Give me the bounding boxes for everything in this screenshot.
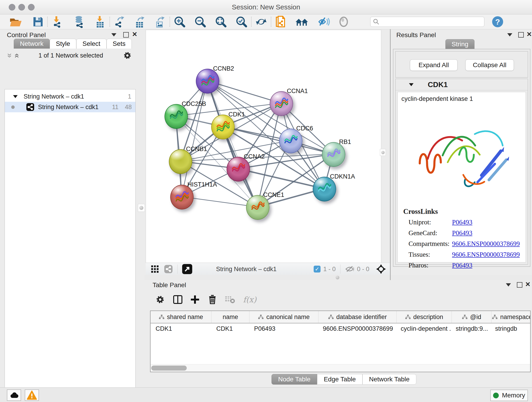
network-canvas[interactable]: CCNB2CCNA1CDC25BCDK1CDC6RB1CCNB1CCNA2CDK…: [146, 30, 381, 263]
node-CCNB2[interactable]: [196, 69, 219, 94]
table-cell[interactable]: stringdb: [490, 323, 531, 334]
table-cell[interactable]: cyclin-dependent ...: [396, 323, 451, 334]
node-CCNA2[interactable]: [227, 157, 250, 182]
table-panel-float-icon[interactable]: [517, 282, 522, 288]
crosslink-link[interactable]: 9606.ENSP00000378699: [452, 251, 520, 258]
table-panel-close-icon[interactable]: ✕: [525, 282, 530, 287]
tab-network[interactable]: Network: [14, 39, 50, 49]
tree-expand-icon[interactable]: [13, 95, 18, 98]
search-input[interactable]: [380, 18, 477, 26]
tab-string[interactable]: String: [445, 39, 475, 49]
export-network-icon[interactable]: [114, 16, 126, 27]
help-icon[interactable]: ?: [492, 16, 503, 27]
node-CDKN1A[interactable]: [313, 177, 336, 201]
toolbar-search[interactable]: [370, 17, 484, 27]
node-CCNB1[interactable]: [169, 149, 192, 174]
tab-sets[interactable]: Sets: [107, 39, 132, 49]
table-row[interactable]: CDK1CDK1P064939606.ENSP00000378699cyclin…: [151, 323, 530, 334]
zoom-out-icon[interactable]: [194, 16, 206, 27]
gear-icon[interactable]: [123, 51, 132, 60]
show-columns-icon[interactable]: [173, 295, 183, 304]
enhance-labels-icon[interactable]: [317, 16, 330, 27]
collapse-all-chevron-icon[interactable]: [7, 53, 12, 58]
tab-network-table[interactable]: Network Table: [362, 374, 416, 385]
open-session-icon[interactable]: [9, 16, 22, 27]
column-header--id[interactable]: @id: [452, 311, 491, 323]
crosslink-link[interactable]: 9606.ENSP00000378699: [452, 240, 520, 248]
string-document-icon[interactable]: [275, 16, 287, 27]
control-panel-collapse-icon[interactable]: [111, 33, 116, 36]
import-network-database-icon[interactable]: [73, 16, 85, 27]
control-panel-close-icon[interactable]: ✕: [132, 32, 137, 37]
add-column-icon[interactable]: [190, 295, 200, 304]
control-panel-float-icon[interactable]: [123, 32, 129, 38]
left-splitter-handle[interactable]: [138, 204, 145, 212]
column-header-name[interactable]: name: [211, 311, 249, 323]
import-network-icon[interactable]: [51, 16, 63, 27]
detach-view-icon[interactable]: [182, 264, 192, 274]
zoom-selected-icon[interactable]: [235, 16, 247, 27]
expand-all-chevron-icon[interactable]: [15, 53, 19, 58]
hidden-eye-icon[interactable]: [345, 265, 354, 273]
column-header-description[interactable]: description: [397, 311, 452, 323]
cloud-status-button[interactable]: [7, 389, 21, 401]
selected-checkbox-icon[interactable]: ✓: [314, 266, 321, 273]
zoom-fit-icon[interactable]: [215, 16, 227, 27]
string-view-icon[interactable]: [164, 265, 173, 274]
results-panel-close-icon[interactable]: ✕: [526, 32, 532, 37]
column-header-database-identifier[interactable]: database identifier: [318, 311, 397, 323]
crosslink-link[interactable]: P06493: [452, 229, 472, 237]
column-header-shared-name[interactable]: shared name: [151, 311, 211, 323]
expand-all-button[interactable]: Expand All: [410, 59, 457, 71]
table-hscrollbar[interactable]: [151, 364, 530, 372]
import-table-icon[interactable]: [95, 16, 106, 27]
node-RB1[interactable]: [322, 142, 345, 167]
column-header-namespace[interactable]: namespace: [491, 311, 531, 323]
presentation-eye-icon[interactable]: [338, 16, 349, 27]
tab-node-table[interactable]: Node Table: [272, 374, 317, 385]
tab-edge-table[interactable]: Edge Table: [317, 374, 362, 385]
birdseye-icon[interactable]: [376, 264, 386, 274]
node-CDC6[interactable]: [279, 128, 302, 153]
table-cell[interactable]: CDK1: [211, 323, 249, 334]
table-cell[interactable]: 9606.ENSP00000378699: [318, 323, 396, 334]
zoom-in-icon[interactable]: [174, 16, 186, 27]
node-CCNE1[interactable]: [246, 195, 269, 220]
save-session-icon[interactable]: [32, 16, 44, 27]
table-cell[interactable]: stringdb:9...: [451, 323, 490, 334]
table-cell[interactable]: P06493: [249, 323, 318, 334]
export-image-icon[interactable]: [154, 16, 166, 27]
delete-table-icon[interactable]: [225, 295, 235, 304]
warning-status-button[interactable]: [25, 389, 39, 401]
crosslink-link[interactable]: P06493: [452, 262, 472, 269]
node-CCNA1[interactable]: [270, 91, 293, 116]
column-header-canonical-name[interactable]: canonical name: [249, 311, 318, 323]
node-section-header[interactable]: CDK1: [396, 79, 528, 90]
tab-style[interactable]: Style: [50, 39, 76, 49]
edge-CCNB2-HIST1H1A[interactable]: [181, 81, 207, 197]
node-HIST1H1A[interactable]: [170, 185, 194, 210]
tab-select[interactable]: Select: [76, 39, 107, 49]
crosslink-link[interactable]: P06493: [452, 218, 472, 226]
table-panel-collapse-icon[interactable]: [506, 283, 511, 287]
string-home-icon[interactable]: [295, 16, 309, 27]
results-panel-collapse-icon[interactable]: [507, 33, 512, 36]
edge-CCNA2-CDKN1A[interactable]: [238, 169, 324, 189]
node-CDC25B[interactable]: [165, 104, 188, 129]
node-CDK1[interactable]: [211, 115, 234, 139]
network-row[interactable]: String Network – cdk1 11 48: [5, 102, 135, 112]
table-gear-icon[interactable]: [155, 294, 165, 305]
delete-column-icon[interactable]: [208, 294, 217, 305]
network-collection-row[interactable]: String Network – cdk1 1: [5, 91, 135, 102]
grid-view-icon[interactable]: [151, 265, 159, 273]
function-builder-icon[interactable]: f(x): [243, 295, 256, 304]
section-collapse-icon[interactable]: [409, 83, 413, 86]
table-cell[interactable]: CDK1: [151, 323, 211, 334]
splitter-handle[interactable]: [336, 276, 339, 279]
apply-layout-icon[interactable]: [255, 16, 267, 27]
collapse-all-button[interactable]: Collapse All: [465, 59, 514, 71]
results-panel-float-icon[interactable]: [518, 32, 524, 38]
hscrollbar-thumb[interactable]: [151, 366, 187, 370]
memory-button[interactable]: Memory: [490, 390, 528, 401]
export-table-icon[interactable]: [134, 16, 146, 27]
